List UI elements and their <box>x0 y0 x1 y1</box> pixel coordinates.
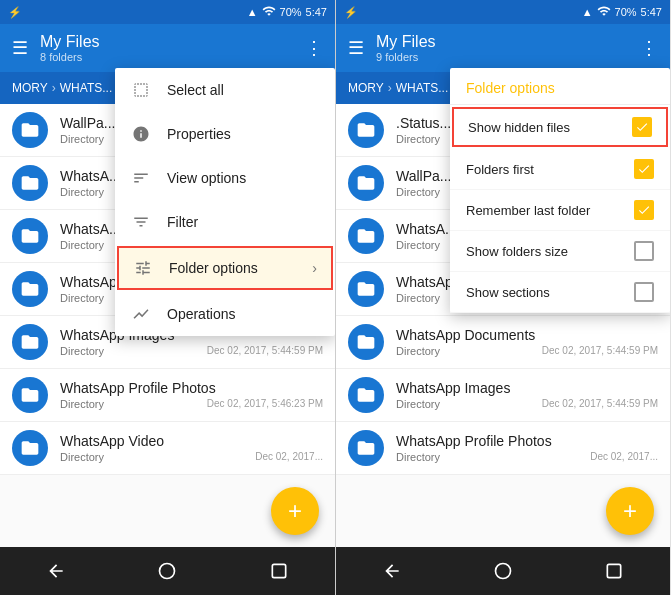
file-info: WhatsApp Video Directory Dec 02, 2017... <box>60 433 323 463</box>
svg-point-0 <box>160 564 175 579</box>
option-show-size[interactable]: Show folders size <box>450 231 670 272</box>
file-meta: Directory Dec 02, 2017, 5:44:59 PM <box>60 345 323 357</box>
file-meta: Directory Dec 02, 2017, 5:44:59 PM <box>396 345 658 357</box>
menu-item-folder-options[interactable]: Folder options › <box>117 246 333 290</box>
fab-button-2[interactable]: + <box>606 487 654 535</box>
file-date: Dec 02, 2017, 5:44:59 PM <box>542 345 658 357</box>
folder-options-header: Folder options <box>450 68 670 105</box>
file-date: Dec 02, 2017... <box>590 451 658 463</box>
folder-icon <box>12 324 48 360</box>
signal-icon-2: ▲ <box>582 6 593 18</box>
list-item[interactable]: WhatsApp Profile Photos Directory Dec 02… <box>0 369 335 422</box>
breadcrumb-sep-2: › <box>388 81 392 95</box>
checkbox-show-size[interactable] <box>634 241 654 261</box>
folder-icon <box>348 112 384 148</box>
time-1: 5:47 <box>306 6 327 18</box>
file-date: Dec 02, 2017, 5:44:59 PM <box>542 398 658 410</box>
folder-icon <box>12 165 48 201</box>
svg-rect-3 <box>608 564 621 577</box>
file-type: Directory <box>60 133 104 145</box>
toolbar-subtitle-2: 9 folders <box>376 51 628 63</box>
breadcrumb-path1-1: MORY <box>12 81 48 95</box>
folder-icon <box>348 165 384 201</box>
list-item[interactable]: WhatsApp Video Directory Dec 02, 2017... <box>0 422 335 475</box>
select-all-icon <box>131 80 151 100</box>
toolbar-title-area-1: My Files 8 folders <box>40 33 293 63</box>
info-icon <box>131 124 151 144</box>
hamburger-icon-2[interactable]: ☰ <box>348 37 364 59</box>
menu-label-select-all: Select all <box>167 82 224 98</box>
panel-2: ⚡ ▲ 70% 5:47 ☰ My Files 9 folders ⋮ MORY… <box>335 0 670 595</box>
more-options-icon-1[interactable]: ⋮ <box>305 37 323 59</box>
file-meta: Directory Dec 02, 2017... <box>60 451 323 463</box>
file-date: Dec 02, 2017, 5:44:59 PM <box>207 345 323 357</box>
list-item[interactable]: WhatsApp Documents Directory Dec 02, 201… <box>336 316 670 369</box>
option-label-show-size: Show folders size <box>466 244 634 259</box>
file-type: Directory <box>396 345 440 357</box>
option-label-show-hidden: Show hidden files <box>468 120 632 135</box>
option-label-remember-last: Remember last folder <box>466 203 634 218</box>
checkbox-show-hidden[interactable] <box>632 117 652 137</box>
recents-button-1[interactable] <box>263 555 295 587</box>
file-info: WhatsApp Profile Photos Directory Dec 02… <box>396 433 658 463</box>
menu-item-properties[interactable]: Properties <box>115 112 335 156</box>
wifi-icon <box>262 4 276 20</box>
menu-item-operations[interactable]: Operations <box>115 292 335 336</box>
file-type: Directory <box>60 345 104 357</box>
file-type: Directory <box>60 186 104 198</box>
status-icons-left-2: ⚡ <box>344 6 358 19</box>
menu-item-view-options[interactable]: View options <box>115 156 335 200</box>
signal-icon: ▲ <box>247 6 258 18</box>
bluetooth-icon: ⚡ <box>8 6 22 19</box>
option-remember-last[interactable]: Remember last folder <box>450 190 670 231</box>
tune-icon <box>133 258 153 278</box>
option-label-show-sections: Show sections <box>466 285 634 300</box>
file-info: WhatsApp Profile Photos Directory Dec 02… <box>60 380 323 410</box>
file-type: Directory <box>396 133 440 145</box>
file-date: Dec 02, 2017, 5:46:23 PM <box>207 398 323 410</box>
back-button-2[interactable] <box>376 555 408 587</box>
status-bar-1: ⚡ ▲ 70% 5:47 <box>0 0 335 24</box>
fab-button-1[interactable]: + <box>271 487 319 535</box>
file-type: Directory <box>396 186 440 198</box>
option-label-folders-first: Folders first <box>466 162 634 177</box>
option-folders-first[interactable]: Folders first <box>450 149 670 190</box>
checkbox-folders-first[interactable] <box>634 159 654 179</box>
breadcrumb-path1-2: MORY <box>348 81 384 95</box>
breadcrumb-path2-1: WHATS... <box>60 81 112 95</box>
toolbar-title-1: My Files <box>40 33 293 51</box>
nav-bar-1 <box>0 547 335 595</box>
hamburger-icon-1[interactable]: ☰ <box>12 37 28 59</box>
menu-label-filter: Filter <box>167 214 198 230</box>
home-button-2[interactable] <box>487 555 519 587</box>
checkbox-show-sections[interactable] <box>634 282 654 302</box>
panel-1: ⚡ ▲ 70% 5:47 ☰ My Files 8 folders ⋮ MORY… <box>0 0 335 595</box>
battery-text-1: 70% <box>280 6 302 18</box>
back-button-1[interactable] <box>40 555 72 587</box>
file-type: Directory <box>396 292 440 304</box>
home-button-1[interactable] <box>151 555 183 587</box>
toolbar-subtitle-1: 8 folders <box>40 51 293 63</box>
folder-icon <box>12 112 48 148</box>
menu-item-select-all[interactable]: Select all <box>115 68 335 112</box>
operations-icon <box>131 304 151 324</box>
folder-icon <box>12 430 48 466</box>
folder-icon <box>348 377 384 413</box>
more-options-icon-2[interactable]: ⋮ <box>640 37 658 59</box>
folder-icon <box>12 377 48 413</box>
svg-point-2 <box>495 564 510 579</box>
checkbox-remember-last[interactable] <box>634 200 654 220</box>
option-show-sections[interactable]: Show sections <box>450 272 670 313</box>
list-item[interactable]: WhatsApp Profile Photos Directory Dec 02… <box>336 422 670 475</box>
toolbar-2: ☰ My Files 9 folders ⋮ <box>336 24 670 72</box>
toolbar-title-2: My Files <box>376 33 628 51</box>
recents-button-2[interactable] <box>598 555 630 587</box>
chevron-right-icon: › <box>312 260 317 276</box>
list-item[interactable]: WhatsApp Images Directory Dec 02, 2017, … <box>336 369 670 422</box>
menu-label-folder-options: Folder options <box>169 260 258 276</box>
menu-item-filter[interactable]: Filter <box>115 200 335 244</box>
file-type: Directory <box>60 239 104 251</box>
option-show-hidden[interactable]: Show hidden files <box>452 107 668 147</box>
bluetooth-icon-2: ⚡ <box>344 6 358 19</box>
status-bar-2: ⚡ ▲ 70% 5:47 <box>336 0 670 24</box>
